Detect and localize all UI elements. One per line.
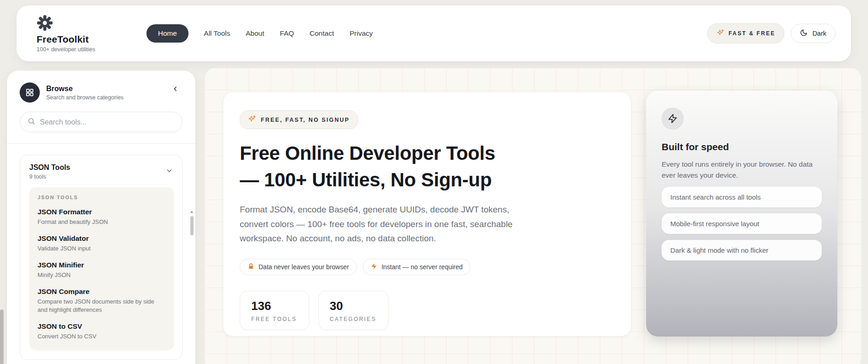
tool-group-label: JSON TOOLS [38, 195, 166, 200]
browse-header: Browse Search and browse categories [20, 82, 183, 103]
page-title: Free Online Developer Tools — 100+ Utili… [240, 140, 611, 193]
hero-badge: FREE, FAST, NO SIGNUP [240, 110, 358, 129]
moon-icon [800, 29, 808, 38]
tool-item-json-compare[interactable]: JSON Compare Compare two JSON documents … [38, 288, 166, 315]
tool-item-json-formatter[interactable]: JSON Formatter Format and beautify JSON [38, 208, 166, 227]
hero-card: FREE, FAST, NO SIGNUP Free Online Develo… [223, 92, 631, 337]
brand-tagline: 100+ developer utilities [37, 46, 95, 53]
nav-contact[interactable]: Contact [310, 29, 334, 38]
main-nav: Home All Tools About FAQ Contact Privacy [146, 24, 373, 43]
nav-all-tools[interactable]: All Tools [204, 29, 230, 38]
sparkles-icon [248, 115, 256, 125]
search-icon [27, 117, 35, 127]
browse-subtitle: Search and browse categories [46, 94, 124, 101]
fast-free-badge: FAST & FREE [707, 23, 784, 43]
tool-item-json-to-csv[interactable]: JSON to CSV Convert JSON to CSV [38, 322, 166, 341]
gear-icon [37, 15, 95, 33]
speed-card-description: Every tool runs entirely in your browser… [662, 159, 819, 181]
category-header[interactable]: JSON Tools 9 tools [29, 163, 174, 180]
tool-item-json-minifier[interactable]: JSON Minifier Minify JSON [38, 261, 166, 280]
browse-title: Browse [46, 85, 124, 93]
grid-icon [20, 82, 40, 103]
sidebar-scrollbar[interactable] [190, 212, 194, 363]
instant-pill: Instant — no server required [363, 259, 470, 275]
nav-faq[interactable]: FAQ [280, 29, 294, 38]
brand[interactable]: FreeToolkit 100+ developer utilities [37, 15, 95, 53]
search-input[interactable] [40, 118, 175, 126]
category-count: 9 tools [29, 174, 70, 180]
speed-card-title: Built for speed [662, 141, 820, 152]
window-scrollbar-thumb[interactable] [0, 310, 4, 364]
tool-group-panel: JSON TOOLS JSON Formatter Format and bea… [29, 187, 174, 350]
nav-home[interactable]: Home [146, 24, 188, 43]
nav-about[interactable]: About [246, 29, 264, 38]
hero-badge-label: FREE, FAST, NO SIGNUP [261, 117, 350, 123]
divider [7, 143, 195, 144]
collapse-sidebar-button[interactable] [172, 85, 179, 94]
stat-free-tools: 136 FREE TOOLS [240, 291, 309, 330]
sparkles-icon [717, 29, 724, 38]
scrollbar-thumb[interactable] [190, 216, 194, 235]
fast-free-label: FAST & FREE [728, 30, 775, 37]
stat-categories: 30 CATEGORIES [318, 291, 389, 330]
category-title: JSON Tools [29, 163, 70, 172]
theme-toggle-button[interactable]: Dark [791, 24, 836, 43]
brand-name: FreeToolkit [37, 34, 95, 45]
feature-mobile-first: Mobile-first responsive layout [662, 213, 822, 234]
hero-description: Format JSON, encode Base64, generate UUI… [240, 202, 537, 246]
built-for-speed-card: Built for speed Every tool runs entirely… [646, 91, 837, 337]
lightning-icon [662, 108, 684, 130]
chevron-down-icon [166, 167, 173, 176]
lock-icon [248, 263, 254, 271]
feature-instant-search: Instant search across all tools [662, 187, 822, 207]
bolt-icon [371, 263, 377, 271]
tool-item-json-validator[interactable]: JSON Validator Validate JSON input [38, 234, 166, 253]
nav-privacy[interactable]: Privacy [350, 29, 373, 38]
scrollbar-up-arrow[interactable] [190, 211, 193, 213]
app-header: FreeToolkit 100+ developer utilities Hom… [16, 5, 851, 61]
privacy-pill: Data never leaves your browser [240, 259, 357, 275]
category-json-tools: JSON Tools 9 tools JSON TOOLS JSON Forma… [20, 155, 183, 360]
sidebar: Browse Search and browse categories JSON… [7, 71, 195, 364]
feature-dark-light-mode: Dark & light mode with no flicker [662, 240, 822, 261]
tool-search[interactable] [20, 112, 183, 132]
theme-toggle-label: Dark [812, 30, 826, 37]
